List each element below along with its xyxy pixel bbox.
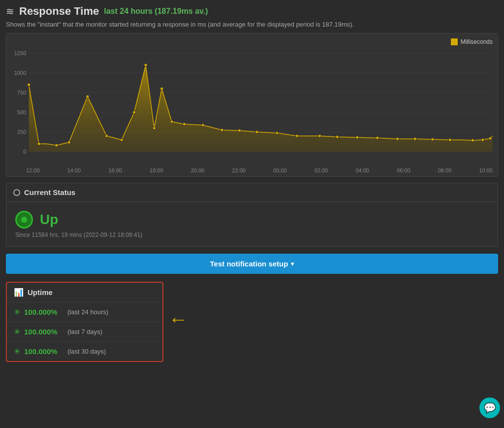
chart-legend: Milliseconds — [11, 38, 493, 45]
uptime-star-icon-1: ✳ — [14, 327, 20, 336]
uptime-title: Uptime — [28, 288, 53, 296]
svg-point-25 — [183, 123, 186, 126]
svg-marker-12 — [29, 65, 493, 152]
test-notification-button[interactable]: Test notification setup ▾ — [6, 254, 498, 274]
svg-text:0: 0 — [23, 149, 26, 155]
status-since: Since 11584 hrs, 19 mins (2022-09-12 18:… — [15, 231, 489, 238]
svg-point-34 — [356, 136, 359, 139]
svg-point-28 — [238, 129, 241, 132]
x-label-2: 16:00 — [108, 167, 122, 173]
svg-point-37 — [413, 137, 416, 140]
svg-point-30 — [276, 132, 279, 134]
uptime-label-0: (last 24 hours) — [67, 308, 108, 316]
status-up-row: Up — [15, 211, 489, 229]
svg-text:750: 750 — [17, 90, 27, 96]
svg-point-35 — [376, 136, 379, 139]
response-time-chart: Milliseconds 1250 1000 750 500 250 0 — [6, 33, 498, 177]
svg-point-38 — [431, 138, 434, 141]
uptime-row-1: ✳ 100.000% (last 7 days) — [7, 322, 162, 342]
svg-point-24 — [170, 120, 173, 123]
status-up-icon-inner — [21, 217, 27, 223]
current-status-body: Up Since 11584 hrs, 19 mins (2022-09-12 … — [6, 202, 498, 246]
svg-point-20 — [133, 111, 136, 114]
dropdown-arrow-icon: ▾ — [291, 261, 294, 267]
status-up-icon — [15, 211, 33, 229]
uptime-label-1: (last 7 days) — [67, 328, 102, 335]
x-label-7: 02:00 — [315, 167, 328, 173]
svg-point-42 — [489, 137, 492, 140]
x-label-1: 14:00 — [67, 167, 81, 173]
uptime-row-0: ✳ 100.000% (last 24 hours) — [7, 302, 162, 322]
svg-point-19 — [120, 138, 123, 141]
test-notification-label: Test notification setup — [210, 260, 288, 268]
uptime-star-icon-2: ✳ — [14, 347, 20, 356]
svg-point-31 — [296, 134, 299, 137]
yellow-arrow-container: ← — [163, 313, 188, 330]
response-time-subtitle: last 24 hours (187.19ms av.) — [104, 7, 208, 16]
x-label-10: 08:00 — [438, 167, 452, 173]
uptime-percent-1: 100.000% — [24, 328, 63, 336]
uptime-header: 📊 Uptime — [7, 283, 162, 302]
svg-point-33 — [336, 135, 339, 138]
svg-point-41 — [481, 138, 484, 141]
uptime-percent-2: 100.000% — [24, 347, 63, 356]
svg-point-27 — [220, 129, 223, 132]
uptime-bars-icon: 📊 — [14, 288, 24, 297]
uptime-label-2: (last 30 days) — [67, 348, 106, 355]
x-label-11: 10:00 — [479, 167, 493, 173]
svg-text:500: 500 — [17, 109, 27, 115]
svg-point-13 — [28, 83, 31, 86]
uptime-wrapper: 📊 Uptime ✳ 100.000% (last 24 hours) ✳ 10… — [6, 282, 498, 362]
uptime-percent-0: 100.000% — [24, 308, 63, 316]
svg-point-18 — [105, 134, 108, 137]
svg-point-23 — [160, 87, 163, 90]
svg-point-32 — [318, 134, 321, 137]
x-label-0: 12:00 — [26, 167, 40, 173]
response-time-header: ≋ Response Time last 24 hours (187.19ms … — [6, 5, 498, 18]
svg-text:1250: 1250 — [14, 50, 27, 56]
svg-point-16 — [67, 141, 70, 144]
x-label-9: 06:00 — [397, 167, 410, 173]
x-label-4: 20:00 — [191, 167, 205, 173]
chart-svg: 1250 1000 750 500 250 0 — [11, 48, 493, 166]
current-status-header: Current Status — [6, 183, 498, 202]
current-status-section: Current Status Up Since 11584 hrs, 19 mi… — [6, 183, 498, 247]
svg-point-36 — [396, 137, 399, 140]
legend-label: Milliseconds — [461, 38, 493, 45]
response-time-icon: ≋ — [6, 5, 14, 17]
svg-text:250: 250 — [17, 129, 27, 135]
svg-point-26 — [201, 124, 204, 127]
x-label-6: 00:00 — [273, 167, 287, 173]
svg-point-29 — [255, 131, 258, 133]
svg-text:1000: 1000 — [14, 70, 27, 76]
status-up-text: Up — [40, 212, 58, 228]
current-status-title: Current Status — [24, 188, 75, 197]
uptime-section: 📊 Uptime ✳ 100.000% (last 24 hours) ✳ 10… — [6, 282, 163, 362]
x-label-8: 04:00 — [355, 167, 369, 173]
svg-point-40 — [471, 139, 474, 142]
legend-color-box — [451, 38, 458, 45]
uptime-star-icon-0: ✳ — [14, 307, 20, 317]
chat-bubble-button[interactable]: 💬 — [479, 397, 500, 418]
svg-point-15 — [55, 144, 58, 147]
yellow-arrow-icon: ← — [168, 308, 188, 330]
svg-point-14 — [37, 142, 40, 145]
svg-point-17 — [86, 95, 89, 98]
x-axis-labels: 12:00 14:00 16:00 18:00 20:00 22:00 00:0… — [11, 166, 493, 173]
svg-point-21 — [144, 64, 147, 66]
svg-point-22 — [153, 127, 156, 130]
chart-area: 1250 1000 750 500 250 0 — [11, 48, 493, 166]
svg-point-39 — [448, 138, 451, 141]
x-label-5: 22:00 — [232, 167, 246, 173]
x-label-3: 18:00 — [150, 167, 163, 173]
chat-bubble-icon: 💬 — [484, 402, 496, 414]
page-title: Response Time — [19, 5, 99, 18]
response-time-description: Shows the "instant" that the monitor sta… — [6, 21, 498, 28]
uptime-row-2: ✳ 100.000% (last 30 days) — [7, 342, 162, 361]
status-dot-outline-icon — [13, 189, 20, 196]
